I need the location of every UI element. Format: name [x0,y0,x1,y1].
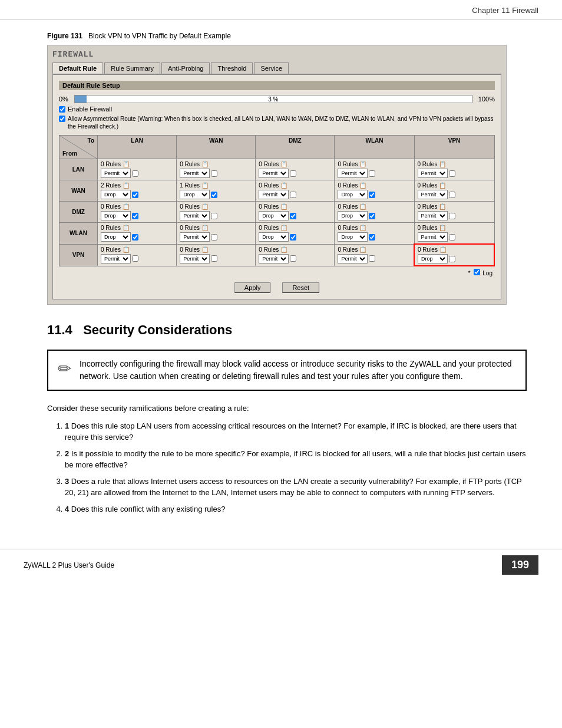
action-select[interactable]: DropPermit [259,211,289,220]
cell-dmz-vpn: 0 Rules📋PermitDrop [414,202,494,223]
action-select[interactable]: PermitDrop [180,254,210,263]
cell-wlan-lan: 0 Rules📋DropPermit [98,223,177,245]
row-header-wan: WAN [59,180,98,202]
action-select[interactable]: PermitDrop [259,254,289,263]
allow-asymmetrical-label: Allow Asymmetrical Route (Warning: When … [68,115,495,130]
action-select[interactable]: PermitDrop [180,211,210,220]
edit-icon[interactable]: 📋 [439,225,446,231]
tab-service[interactable]: Service [254,62,289,74]
edit-icon[interactable]: 📋 [280,182,287,189]
edit-icon[interactable]: 📋 [359,225,366,231]
action-checkbox[interactable] [132,255,138,262]
firewall-title: FIREWALL [52,50,501,59]
rules-count: 0 Rules [338,182,358,189]
action-checkbox[interactable] [290,234,296,241]
action-select[interactable]: PermitDrop [338,254,368,263]
action-checkbox[interactable] [211,213,217,219]
action-checkbox[interactable] [290,213,296,219]
edit-icon[interactable]: 📋 [359,246,366,253]
edit-icon[interactable]: 📋 [123,203,130,210]
edit-icon[interactable]: 📋 [123,246,130,253]
action-select[interactable]: PermitDrop [101,169,131,178]
action-select[interactable]: DropPermit [180,190,210,199]
edit-icon[interactable]: 📋 [359,161,366,167]
action-select[interactable]: DropPermit [338,211,368,220]
edit-icon[interactable]: 📋 [439,182,446,189]
action-checkbox[interactable] [132,213,138,219]
action-select[interactable]: PermitDrop [338,169,368,178]
edit-icon[interactable]: 📋 [439,161,446,167]
action-select[interactable]: DropPermit [418,254,448,263]
action-select[interactable]: PermitDrop [418,211,448,220]
edit-icon[interactable]: 📋 [201,182,209,189]
action-select[interactable]: DropPermit [338,232,368,242]
edit-icon[interactable]: 📋 [201,161,209,167]
tab-default-rule[interactable]: Default Rule [52,62,103,74]
allow-asymmetrical-checkbox[interactable] [59,116,65,122]
edit-icon[interactable]: 📋 [280,203,287,210]
edit-icon[interactable]: 📋 [439,203,446,210]
action-select[interactable]: PermitDrop [101,254,131,263]
tab-rule-summary[interactable]: Rule Summary [104,62,160,74]
reset-button[interactable]: Reset [282,282,319,293]
tab-threshold[interactable]: Threshold [211,62,253,74]
edit-icon[interactable]: 📋 [201,225,209,231]
edit-icon[interactable]: 📋 [201,246,209,253]
action-checkbox[interactable] [369,213,375,219]
action-select[interactable]: PermitDrop [259,169,289,178]
action-checkbox[interactable] [449,170,455,177]
action-select[interactable]: PermitDrop [180,232,210,242]
action-select[interactable]: DropPermit [101,190,131,199]
action-checkbox[interactable] [369,255,375,262]
action-checkbox[interactable] [449,213,455,219]
from-to-header: To From [59,136,98,159]
action-checkbox[interactable] [290,255,296,262]
action-checkbox[interactable] [211,192,217,198]
tab-anti-probing[interactable]: Anti-Probing [161,62,210,74]
edit-icon[interactable]: 📋 [359,182,366,189]
action-checkbox[interactable] [369,192,375,198]
edit-icon[interactable]: 📋 [439,246,447,253]
firewall-screenshot: FIREWALL Default Rule Rule Summary Anti-… [47,45,507,305]
edit-icon[interactable]: 📋 [359,203,366,210]
action-checkbox[interactable] [211,170,217,177]
cell-lan-vpn: 0 Rules📋PermitDrop [414,159,494,180]
action-checkbox[interactable] [132,192,138,198]
action-checkbox[interactable] [132,234,138,241]
edit-icon[interactable]: 📋 [280,225,287,231]
action-checkbox[interactable] [369,170,375,177]
list-item-2: 2 Is it possible to modify the rule to b… [65,448,527,471]
action-checkbox[interactable] [290,170,296,177]
edit-icon[interactable]: 📋 [123,182,130,189]
edit-icon[interactable]: 📋 [201,203,209,210]
col-wlan: WLAN [335,136,414,159]
action-select[interactable]: PermitDrop [180,169,210,178]
action-select[interactable]: PermitDrop [418,232,448,242]
action-select[interactable]: DropPermit [101,232,131,242]
action-checkbox[interactable] [132,170,138,177]
action-checkbox[interactable] [449,234,455,241]
action-checkbox[interactable] [211,255,217,262]
cell-dmz-lan: 0 Rules📋DropPermit [98,202,177,223]
rules-count: 0 Rules [101,203,121,210]
action-checkbox[interactable] [211,234,217,241]
action-select[interactable]: DropPermit [259,232,289,242]
action-select[interactable]: PermitDrop [418,169,448,178]
action-select[interactable]: PermitDrop [418,190,448,199]
cell-wlan-wan: 0 Rules📋PermitDrop [177,223,256,245]
edit-icon[interactable]: 📋 [280,246,287,253]
rules-count: 0 Rules [180,225,200,231]
action-select[interactable]: DropPermit [101,211,131,220]
apply-button[interactable]: Apply [234,282,271,293]
action-checkbox[interactable] [290,192,296,198]
edit-icon[interactable]: 📋 [123,225,130,231]
action-select[interactable]: DropPermit [338,190,368,199]
action-checkbox[interactable] [369,234,375,241]
enable-firewall-checkbox[interactable] [59,106,65,113]
action-checkbox[interactable] [449,256,455,262]
action-select[interactable]: PermitDrop [259,190,289,199]
edit-icon[interactable]: 📋 [280,161,287,167]
edit-icon[interactable]: 📋 [123,161,130,167]
log-checkbox[interactable] [474,269,480,275]
action-checkbox[interactable] [449,192,455,198]
